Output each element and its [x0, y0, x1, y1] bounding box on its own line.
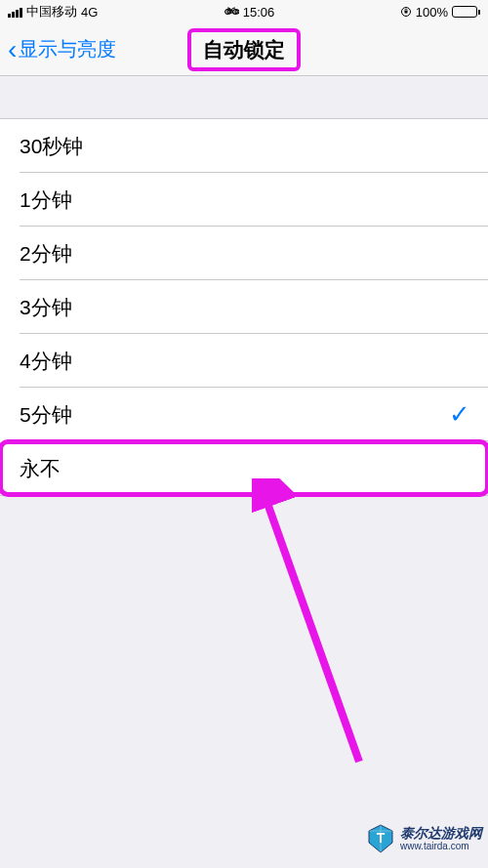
option-4min[interactable]: 4分钟 [0, 334, 488, 388]
option-5min[interactable]: 5分钟 ✓ [0, 388, 488, 441]
option-label: 4分钟 [20, 348, 470, 375]
orientation-lock-icon [400, 6, 412, 18]
option-label: 30秒钟 [20, 133, 470, 160]
navigation-bar: ‹ 显示与亮度 自动锁定 [0, 23, 488, 76]
battery-icon [452, 6, 480, 18]
status-center: 15:06 [98, 5, 399, 20]
signal-strength-icon [8, 6, 22, 18]
time-label: 15:06 [243, 5, 275, 20]
option-never[interactable]: 永不 [0, 441, 488, 495]
svg-line-5 [264, 492, 359, 762]
back-label: 显示与亮度 [19, 36, 116, 62]
option-label: 3分钟 [20, 294, 470, 321]
option-label: 2分钟 [20, 240, 470, 268]
svg-text:T: T [377, 830, 386, 846]
carrier-label: 中国移动 [26, 3, 77, 21]
option-label: 1分钟 [20, 186, 470, 214]
checkmark-icon: ✓ [449, 399, 470, 430]
svg-rect-3 [404, 11, 407, 14]
option-3min[interactable]: 3分钟 [0, 280, 488, 334]
watermark-title: 泰尔达游戏网 [400, 826, 482, 841]
watermark: T 泰尔达游戏网 www.tairda.com [367, 823, 482, 854]
hotspot-icon [224, 6, 239, 18]
status-right: 100% [400, 5, 480, 20]
network-label: 4G [81, 5, 98, 20]
back-button[interactable]: ‹ 显示与亮度 [0, 36, 116, 63]
watermark-logo-icon: T [367, 823, 394, 854]
option-label: 5分钟 [20, 401, 449, 429]
battery-percent: 100% [416, 5, 448, 20]
page-title: 自动锁定 [187, 28, 301, 71]
option-2min[interactable]: 2分钟 [0, 227, 488, 280]
option-30s[interactable]: 30秒钟 [0, 119, 488, 173]
annotation-arrow-icon [252, 478, 379, 771]
options-list: 30秒钟 1分钟 2分钟 3分钟 4分钟 5分钟 ✓ 永不 [0, 118, 488, 496]
section-spacer [0, 76, 488, 118]
option-label: 永不 [20, 455, 470, 482]
status-bar: 中国移动 4G 15:06 100% [0, 0, 488, 23]
chevron-left-icon: ‹ [8, 36, 17, 63]
option-1min[interactable]: 1分钟 [0, 173, 488, 227]
status-left: 中国移动 4G [8, 3, 98, 21]
watermark-url: www.tairda.com [400, 841, 482, 851]
